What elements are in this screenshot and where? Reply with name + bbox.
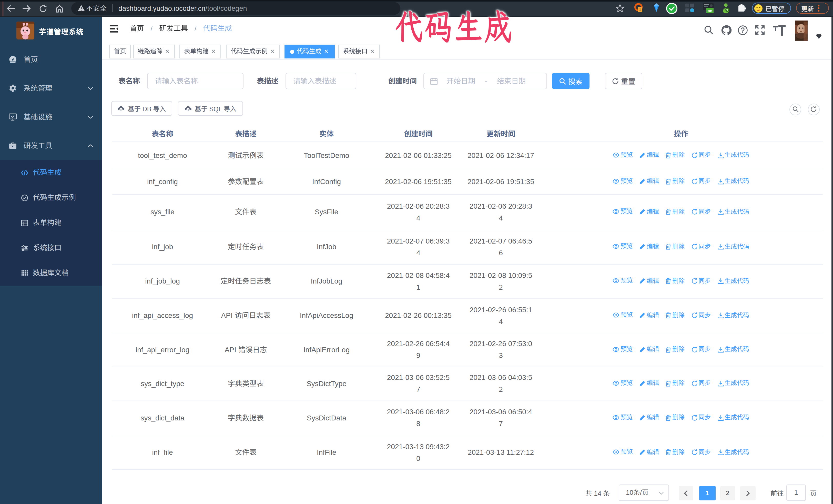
svg-text:on: on [708,8,712,13]
svg-text:1: 1 [639,7,641,12]
